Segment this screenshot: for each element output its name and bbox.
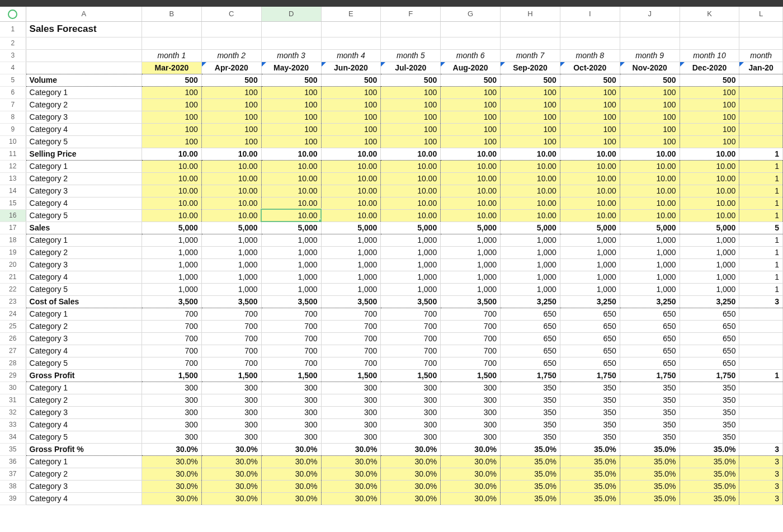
data-cell[interactable]: 100: [560, 123, 620, 135]
row-label-cell[interactable]: Category 4: [26, 492, 141, 505]
month-header-cell[interactable]: Mar-2020: [141, 62, 201, 74]
data-cell[interactable]: 30.0%: [201, 443, 261, 455]
data-cell[interactable]: 10.00: [680, 209, 739, 222]
data-cell[interactable]: 100: [261, 86, 321, 98]
cell[interactable]: [141, 21, 201, 37]
data-cell[interactable]: 3: [739, 455, 783, 468]
data-cell[interactable]: 650: [560, 320, 620, 332]
data-cell[interactable]: 10.00: [441, 172, 501, 185]
data-cell[interactable]: [739, 332, 783, 345]
data-cell[interactable]: 1,000: [501, 258, 560, 271]
data-cell[interactable]: 10.00: [441, 160, 501, 172]
data-cell[interactable]: 100: [560, 86, 620, 98]
data-row[interactable]: 14Category 310.0010.0010.0010.0010.0010.…: [0, 185, 783, 197]
row-label-cell[interactable]: Category 3: [26, 258, 141, 271]
data-cell[interactable]: 35.0%: [620, 492, 680, 505]
data-cell[interactable]: 300: [381, 394, 441, 406]
month-label-cell[interactable]: month 8: [560, 49, 620, 62]
data-row[interactable]: 7Category 210010010010010010010010010010…: [0, 98, 783, 111]
month-label-cell[interactable]: month 5: [381, 49, 441, 62]
data-cell[interactable]: 300: [321, 394, 381, 406]
data-cell[interactable]: 300: [141, 418, 201, 431]
data-row[interactable]: 10Category 51001001001001001001001001001…: [0, 135, 783, 148]
row-header[interactable]: 16: [0, 209, 26, 222]
data-cell[interactable]: 1: [739, 283, 783, 295]
data-row[interactable]: 23Cost of Sales3,5003,5003,5003,5003,500…: [0, 295, 783, 308]
data-cell[interactable]: 30.0%: [381, 455, 441, 468]
data-cell[interactable]: 10.00: [441, 197, 501, 209]
data-cell[interactable]: 100: [680, 135, 739, 148]
data-cell[interactable]: 1,000: [501, 283, 560, 295]
row-label-cell[interactable]: Category 3: [26, 480, 141, 492]
column-header[interactable]: K: [680, 7, 739, 21]
data-cell[interactable]: 700: [441, 357, 501, 369]
column-header[interactable]: H: [501, 7, 560, 21]
data-cell[interactable]: 1,000: [381, 283, 441, 295]
data-cell[interactable]: 300: [441, 406, 501, 418]
data-cell[interactable]: 10.00: [560, 160, 620, 172]
data-cell[interactable]: 3: [739, 480, 783, 492]
cell[interactable]: [620, 37, 680, 49]
data-cell[interactable]: 650: [501, 357, 560, 369]
data-cell[interactable]: 10.00: [321, 172, 381, 185]
data-cell[interactable]: 5,000: [501, 222, 560, 234]
data-cell[interactable]: 350: [620, 431, 680, 443]
data-cell[interactable]: 350: [680, 431, 739, 443]
cell[interactable]: [560, 21, 620, 37]
data-cell[interactable]: 30.0%: [261, 455, 321, 468]
data-cell[interactable]: 350: [560, 418, 620, 431]
data-cell[interactable]: 350: [680, 382, 739, 394]
cell[interactable]: [381, 21, 441, 37]
data-cell[interactable]: 5,000: [141, 222, 201, 234]
data-row[interactable]: 28Category 57007007007007007006506506506…: [0, 357, 783, 369]
data-cell[interactable]: 1: [739, 209, 783, 222]
data-row[interactable]: 12Category 110.0010.0010.0010.0010.0010.…: [0, 160, 783, 172]
data-cell[interactable]: 1,000: [321, 283, 381, 295]
data-cell[interactable]: 10.00: [261, 148, 321, 160]
data-row[interactable]: 25Category 27007007007007007006506506506…: [0, 320, 783, 332]
data-cell[interactable]: 5,000: [560, 222, 620, 234]
data-cell[interactable]: 3,500: [141, 295, 201, 308]
data-cell[interactable]: 700: [381, 320, 441, 332]
data-cell[interactable]: 1: [739, 172, 783, 185]
data-cell[interactable]: 1,000: [620, 246, 680, 258]
data-cell[interactable]: 1,000: [381, 246, 441, 258]
data-cell[interactable]: 10.00: [321, 148, 381, 160]
data-cell[interactable]: 1,000: [441, 283, 501, 295]
row-label-cell[interactable]: Category 2: [26, 98, 141, 111]
data-cell[interactable]: 300: [321, 406, 381, 418]
data-cell[interactable]: 300: [201, 382, 261, 394]
data-cell[interactable]: 35.0%: [680, 492, 739, 505]
data-cell[interactable]: 1,000: [620, 283, 680, 295]
row-label-cell[interactable]: Category 4: [26, 123, 141, 135]
row-header[interactable]: 14: [0, 185, 26, 197]
data-cell[interactable]: 1,000: [680, 271, 739, 283]
row-header[interactable]: 3: [0, 49, 26, 62]
data-cell[interactable]: 3: [739, 443, 783, 455]
data-cell[interactable]: 300: [261, 394, 321, 406]
data-cell[interactable]: 30.0%: [321, 443, 381, 455]
data-cell[interactable]: 30.0%: [441, 455, 501, 468]
data-row[interactable]: 2: [0, 37, 783, 49]
data-cell[interactable]: 650: [560, 357, 620, 369]
data-cell[interactable]: 100: [141, 111, 201, 123]
row-header[interactable]: 18: [0, 234, 26, 246]
cell[interactable]: [501, 37, 560, 49]
data-cell[interactable]: [739, 135, 783, 148]
data-cell[interactable]: 700: [261, 357, 321, 369]
row-label-cell[interactable]: Volume: [26, 74, 141, 86]
data-cell[interactable]: 100: [441, 123, 501, 135]
data-cell[interactable]: 650: [560, 332, 620, 345]
data-cell[interactable]: 300: [381, 382, 441, 394]
data-cell[interactable]: 10.00: [321, 209, 381, 222]
data-cell[interactable]: 30.0%: [261, 492, 321, 505]
cell[interactable]: [560, 37, 620, 49]
row-header[interactable]: 30: [0, 382, 26, 394]
month-header-cell[interactable]: May-2020: [261, 62, 321, 74]
data-cell[interactable]: 700: [441, 320, 501, 332]
data-cell[interactable]: 10.00: [381, 185, 441, 197]
data-cell[interactable]: 350: [501, 418, 560, 431]
month-label-cell[interactable]: month 6: [441, 49, 501, 62]
data-cell[interactable]: 1,000: [441, 258, 501, 271]
data-cell[interactable]: [739, 98, 783, 111]
